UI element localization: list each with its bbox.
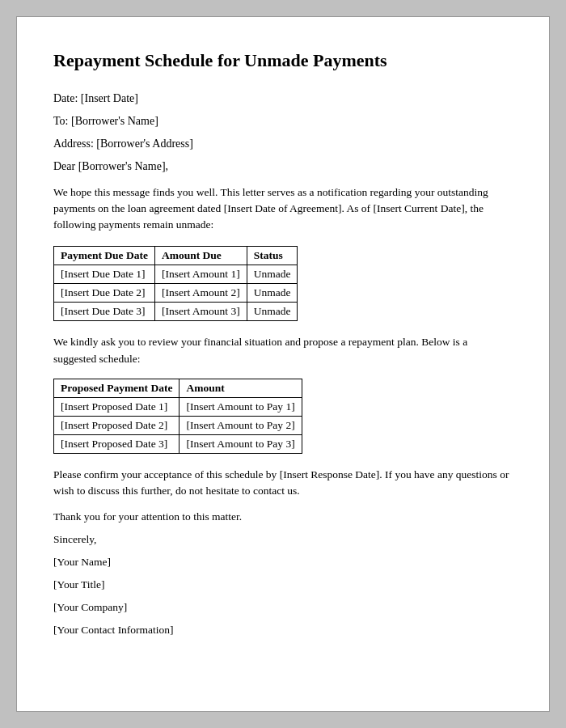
salutation: Dear [Borrower's Name],: [53, 160, 513, 173]
closing-block: Thank you for your attention to this mat…: [53, 510, 513, 637]
date-line: Date: [Insert Date]: [53, 92, 513, 105]
table-cell: [Insert Amount to Pay 3]: [180, 434, 302, 453]
intro-paragraph: We hope this message finds you well. Thi…: [53, 184, 513, 234]
table-cell: [Insert Proposed Date 2]: [54, 416, 180, 434]
table-row: [Insert Proposed Date 1][Insert Amount t…: [54, 397, 302, 416]
col-header-status: Status: [247, 247, 298, 265]
address-line: Address: [Borrower's Address]: [53, 138, 513, 150]
sincerely: Sincerely,: [53, 533, 513, 546]
unmade-payments-table: Payment Due Date Amount Due Status [Inse…: [53, 246, 298, 321]
col-header-amount: Amount: [180, 379, 302, 397]
thank-you: Thank you for your attention to this mat…: [53, 510, 513, 523]
table-cell: [Insert Amount to Pay 2]: [180, 416, 302, 434]
table-cell: [Insert Amount 3]: [154, 303, 247, 321]
table-row: [Insert Proposed Date 2][Insert Amount t…: [54, 416, 302, 434]
table-row: [Insert Due Date 3][Insert Amount 3]Unma…: [54, 303, 298, 321]
mid-paragraph: We kindly ask you to review your financi…: [53, 334, 513, 367]
table-cell: [Insert Amount 2]: [154, 284, 247, 303]
your-contact: [Your Contact Information]: [53, 624, 513, 637]
your-name: [Your Name]: [53, 556, 513, 569]
document: Repayment Schedule for Unmade Payments D…: [16, 16, 550, 712]
to-line: To: [Borrower's Name]: [53, 115, 513, 128]
table-cell: [Insert Proposed Date 1]: [54, 397, 180, 416]
table-cell: Unmade: [247, 265, 298, 284]
col-header-due-date: Payment Due Date: [54, 247, 155, 265]
table-cell: [Insert Proposed Date 3]: [54, 434, 180, 453]
document-title: Repayment Schedule for Unmade Payments: [53, 49, 513, 73]
table-row: [Insert Proposed Date 3][Insert Amount t…: [54, 434, 302, 453]
your-title: [Your Title]: [53, 578, 513, 591]
table-cell: [Insert Amount 1]: [154, 265, 247, 284]
table-cell: Unmade: [247, 303, 298, 321]
table-cell: Unmade: [247, 284, 298, 303]
closing-paragraph: Please confirm your acceptance of this s…: [53, 467, 513, 500]
col-header-amount-due: Amount Due: [154, 247, 247, 265]
table-cell: [Insert Due Date 3]: [54, 303, 155, 321]
proposed-payment-table: Proposed Payment Date Amount [Insert Pro…: [53, 379, 302, 454]
table-cell: [Insert Amount to Pay 1]: [180, 397, 302, 416]
table-cell: [Insert Due Date 2]: [54, 284, 155, 303]
your-company: [Your Company]: [53, 601, 513, 614]
table-row: [Insert Due Date 1][Insert Amount 1]Unma…: [54, 265, 298, 284]
col-header-proposed-date: Proposed Payment Date: [54, 379, 180, 397]
table-cell: [Insert Due Date 1]: [54, 265, 155, 284]
table-row: [Insert Due Date 2][Insert Amount 2]Unma…: [54, 284, 298, 303]
